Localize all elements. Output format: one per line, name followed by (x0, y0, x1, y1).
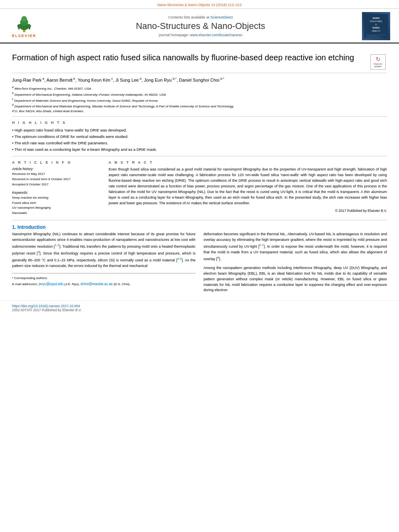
author-1-sup: a (41, 77, 44, 80)
abstract-section: A B S T R A C T Even though fused silica… (109, 160, 387, 216)
keywords-section: Keywords: Deep reactive ion etching Fuse… (12, 191, 101, 216)
ref-3[interactable]: 3 (38, 250, 39, 254)
author-6-sup: d,* (219, 77, 224, 80)
author-2-name: Aaron Berndt (47, 78, 73, 82)
svg-text:NANO: NANO (372, 17, 380, 19)
main-content-area: Formation of high aspect ratio fused sil… (0, 43, 399, 300)
authors-line: Jung-Rae Park a, Aaron Berndt b, Young K… (12, 76, 387, 84)
email-ryu[interactable]: jeryu@iupui.edu (39, 282, 64, 286)
sciencedirect-link[interactable]: ScienceDirect (210, 15, 233, 19)
journal-title-area: Contents lists available at ScienceDirec… (44, 12, 357, 40)
doi-link-line: https://doi.org/10.1016/j.nanoso.2017.10… (12, 304, 387, 308)
article-history: Article history: Received 24 May 2017 Re… (12, 167, 101, 187)
author-2-sup: b (72, 77, 75, 80)
journal-name: Nano-Structures & Nano-Objects (44, 21, 357, 31)
journal-reference-bar: Nano-Structures & Nano-Objects 15 (2018)… (0, 0, 399, 9)
footnote-corresponding: * Corresponding authors. (12, 276, 195, 281)
elsevier-logo: ELSEVIER (12, 15, 37, 38)
affil-b: b Department of Mechanical Engineering, … (12, 91, 387, 97)
publisher-logo-area: ELSEVIER (8, 12, 40, 40)
contents-available-text: Contents lists available at ScienceDirec… (44, 15, 357, 19)
keyword-1: Deep reactive ion etching (12, 195, 101, 201)
doi-section: https://doi.org/10.1016/j.nanoso.2017.10… (0, 300, 399, 314)
affiliations: a MinoTech Engineering Inc., Charlton, M… (12, 85, 387, 114)
author-4-sup: d (139, 77, 142, 80)
history-revised: Received in revised form 8 October 2017 (12, 177, 101, 182)
authors-section: Jung-Rae Park a, Aaron Berndt b, Young K… (12, 73, 387, 117)
svg-text:OBJECTS: OBJECTS (372, 30, 380, 32)
article-title: Formation of high aspect ratio fused sil… (12, 52, 365, 63)
highlights-list: High aspect ratio fused silica 'nano-wal… (12, 127, 387, 153)
svg-text:NANO: NANO (372, 27, 380, 29)
footnote-emails: E-mail addresses: jeryu@iupui.edu (J.E. … (12, 281, 195, 287)
journal-logo-box: NANO STRUCTURES & NANO OBJECTS (362, 12, 390, 40)
author-1-name: Jung-Rae Park (12, 78, 41, 82)
article-info-heading: A R T I C L E I N F O (12, 160, 101, 164)
history-label: Article history: (12, 167, 101, 171)
check-updates-label: Check for updates (372, 63, 384, 68)
keyword-4: Nanowalls (12, 211, 101, 216)
svg-point-6 (17, 24, 21, 28)
history-received: Received 24 May 2017 (12, 172, 101, 177)
journal-logo-area: NANO STRUCTURES & NANO OBJECTS (361, 12, 391, 40)
highlight-item-4: Thin Al was used as a conducting layer f… (12, 146, 387, 153)
history-accepted: Accepted 8 October 2017 (12, 182, 101, 187)
intro-heading: 1. Introduction (12, 224, 387, 230)
intro-number: 1. (12, 224, 16, 230)
ref-1[interactable]: 1,2 (55, 243, 59, 247)
author-5-name: Jong Eun Ryu (144, 78, 172, 82)
elsevier-wordmark: ELSEVIER (12, 34, 37, 38)
keywords-label: Keywords: (12, 191, 101, 195)
intro-col1-para1: Nanoimprint lithography (NIL) continues … (12, 232, 195, 269)
ref-4[interactable]: 4,5 (177, 257, 182, 261)
affil-a: a MinoTech Engineering Inc., Charlton, M… (12, 85, 387, 91)
affil-d: d Department of Mechanical and Materials… (12, 103, 387, 114)
doi-url[interactable]: https://doi.org/10.1016/j.nanoso.2017.10… (12, 304, 80, 308)
highlight-item-2: The optimum conditions of DRIE for verti… (12, 134, 387, 140)
journal-header: ELSEVIER Contents lists available at Sci… (0, 9, 399, 43)
article-title-text: Formation of high aspect ratio fused sil… (12, 52, 365, 70)
intro-col2-para2: Among the nanopattern generation methods… (204, 265, 387, 294)
abstract-text: Even though fused silica was considered … (109, 167, 387, 206)
ref-6[interactable]: 6,7 (259, 243, 264, 247)
intro-title: Introduction (17, 224, 45, 230)
svg-point-7 (27, 24, 31, 28)
intro-columns: Nanoimprint lithography (NIL) continues … (12, 232, 387, 296)
check-updates-box[interactable]: ↻ Check for updates (370, 54, 386, 70)
introduction-section: 1. Introduction Nanoimprint lithography … (12, 220, 387, 296)
highlight-item-1: High aspect ratio fused silica 'nano-wal… (12, 127, 387, 134)
abstract-heading: A B S T R A C T (109, 160, 387, 164)
journal-reference-link[interactable]: Nano-Structures & Nano-Objects 15 (2018)… (157, 3, 242, 7)
keyword-3: UV nanoimprint lithography (12, 205, 101, 211)
ref-8[interactable]: 8 (217, 256, 219, 259)
issn-line: 2352-507X/© 2017 Published by Elsevier B… (12, 308, 387, 312)
abstract-copyright: © 2017 Published by Elsevier B.V. (109, 209, 387, 213)
intro-col-2: deformation becomes significant in the t… (204, 232, 387, 296)
svg-text:STRUCTURES: STRUCTURES (370, 21, 382, 23)
journal-logo-graphic: NANO STRUCTURES & NANO OBJECTS (364, 14, 388, 38)
highlights-section: H I G H L I G H T S High aspect ratio fu… (12, 117, 387, 157)
keyword-2: Fused silica etch (12, 201, 101, 206)
article-title-section: Formation of high aspect ratio fused sil… (12, 47, 387, 73)
footnote-area: * Corresponding authors. E-mail addresse… (12, 273, 195, 287)
email-choi[interactable]: dchoi@masdar.ac.ae (80, 282, 113, 286)
author-3-sup: c (111, 77, 113, 80)
intro-col-1: Nanoimprint lithography (NIL) continues … (12, 232, 195, 296)
author-5-sup: b,* (172, 77, 177, 80)
elsevier-tree-icon (14, 15, 34, 33)
highlight-item-3: The etch rate was controlled with the DR… (12, 140, 387, 146)
article-info: A R T I C L E I N F O Article history: R… (12, 160, 101, 216)
check-updates-arrow-icon: ↻ (376, 56, 380, 62)
author-6-name: Daniel Sunghoi Choi (179, 78, 219, 82)
author-4-name: Ji Sung Lee (115, 78, 139, 82)
affil-c: c Department of Materials Science and En… (12, 97, 387, 103)
author-3-name: Young Keun Kim (78, 78, 111, 82)
article-info-abstract-section: A R T I C L E I N F O Article history: R… (12, 156, 387, 220)
journal-homepage-line: journal homepage: www.elsevier.com/locat… (44, 33, 357, 37)
highlights-heading: H I G H L I G H T S (12, 121, 387, 125)
journal-homepage-link[interactable]: www.elsevier.com/locate/nanoso (190, 33, 242, 37)
check-updates-area: ↻ Check for updates (369, 52, 387, 70)
intro-col2-para1: deformation becomes significant in the t… (204, 232, 387, 262)
svg-point-3 (21, 16, 27, 22)
